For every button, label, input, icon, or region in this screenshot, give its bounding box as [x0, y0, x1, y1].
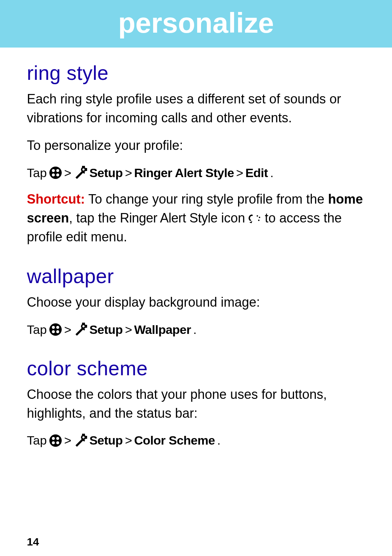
ring-style-intro: To personalize your profile:	[27, 136, 365, 155]
chevron: >	[125, 432, 132, 449]
setup-label: Setup	[89, 321, 123, 339]
color-scheme-desc: Choose the colors that your phone uses f…	[27, 385, 365, 423]
svg-point-26	[52, 441, 55, 444]
ringer-alert-inline: Ringer Alert Style	[120, 210, 217, 225]
dot: .	[193, 321, 196, 339]
heading-wallpaper: wallpaper	[27, 265, 365, 288]
svg-rect-30	[82, 434, 85, 435]
chevron: >	[64, 321, 71, 339]
svg-point-0	[49, 167, 62, 179]
shortcut-text: icon	[217, 210, 249, 225]
setup-icon	[73, 323, 87, 336]
svg-point-11	[259, 217, 260, 218]
svg-point-29	[82, 436, 85, 438]
apps-icon	[49, 323, 62, 336]
svg-rect-21	[86, 325, 87, 328]
page-content: ring style Each ring style profile uses …	[0, 61, 392, 450]
chevron: >	[64, 432, 71, 449]
svg-rect-31	[86, 436, 87, 439]
svg-point-15	[56, 326, 59, 329]
ring-icon	[249, 213, 261, 224]
heading-color-scheme: color scheme	[27, 357, 365, 380]
chevron: >	[236, 164, 243, 182]
apps-icon	[49, 166, 62, 179]
svg-rect-8	[86, 168, 87, 171]
tap-label: Tap	[27, 432, 47, 449]
heading-ring-style: ring style	[27, 61, 365, 85]
svg-point-25	[56, 437, 59, 440]
svg-point-24	[52, 437, 55, 440]
wallpaper-label: Wallpaper	[134, 321, 191, 339]
chevron: >	[125, 164, 132, 182]
dot: .	[217, 432, 220, 449]
svg-point-13	[49, 323, 62, 336]
svg-point-12	[258, 220, 260, 221]
ring-style-path: Tap > Setup	[27, 164, 365, 182]
shortcut-text: To change your ring style profile from t…	[85, 192, 328, 207]
chevron: >	[125, 321, 132, 339]
tap-label: Tap	[27, 321, 47, 339]
ringer-alert-label: Ringer Alert Style	[134, 164, 234, 182]
svg-rect-7	[82, 166, 85, 167]
svg-point-17	[56, 330, 59, 333]
edit-label: Edit	[245, 164, 268, 182]
ring-style-shortcut: Shortcut: To change your ring style prof…	[27, 190, 365, 247]
svg-point-4	[56, 173, 59, 176]
svg-point-2	[56, 169, 59, 172]
svg-point-27	[56, 441, 59, 444]
page-banner: personalize	[0, 0, 392, 48]
ring-style-desc: Each ring style profile uses a different…	[27, 90, 365, 127]
tap-label: Tap	[27, 164, 47, 182]
setup-icon	[73, 166, 87, 180]
shortcut-label: Shortcut:	[27, 192, 85, 207]
wallpaper-path: Tap > Setup	[27, 321, 365, 339]
color-scheme-label: Color Scheme	[134, 432, 215, 449]
svg-rect-20	[82, 323, 85, 324]
svg-point-6	[82, 168, 85, 171]
setup-label: Setup	[89, 164, 123, 182]
svg-point-3	[52, 173, 55, 176]
banner-title: personalize	[118, 7, 274, 39]
color-scheme-path: Tap > Setup	[27, 432, 365, 449]
svg-point-14	[52, 326, 55, 329]
setup-label: Setup	[89, 432, 123, 449]
svg-point-19	[82, 325, 85, 327]
shortcut-text: , tap the	[69, 210, 120, 225]
svg-point-1	[52, 169, 55, 172]
svg-point-16	[52, 330, 55, 333]
setup-icon	[73, 434, 87, 447]
wallpaper-desc: Choose your display background image:	[27, 293, 365, 312]
apps-icon	[49, 434, 62, 447]
dot: .	[270, 164, 273, 182]
chevron: >	[64, 164, 71, 182]
svg-point-23	[49, 434, 62, 447]
svg-point-10	[257, 215, 258, 217]
